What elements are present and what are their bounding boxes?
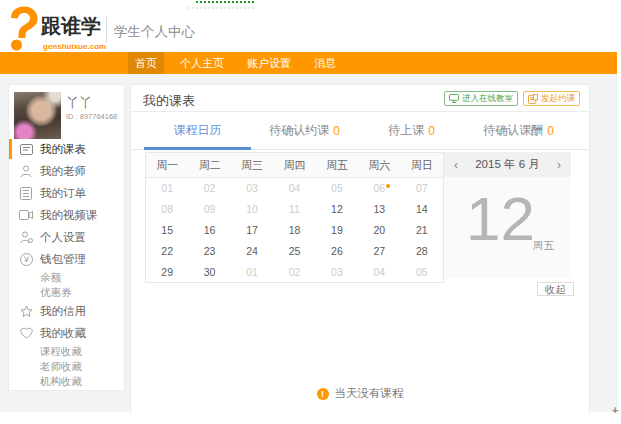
sidebar-item-4[interactable]: 个人设置: [9, 226, 124, 248]
calendar-day-09[interactable]: 09: [188, 199, 230, 220]
favorites-heart-icon: [19, 326, 33, 340]
sidebar-subitem-7-1[interactable]: 老师收藏: [9, 359, 124, 374]
sidebar-item-7[interactable]: 我的收藏: [9, 322, 124, 344]
sidebar-item-6[interactable]: 我的信用: [9, 300, 124, 322]
calendar-day-02[interactable]: 02: [188, 178, 230, 199]
calendar-day-18[interactable]: 18: [273, 220, 315, 241]
main-titlebar: 我的课表 进入在线教室 发起约课: [131, 85, 589, 112]
profile-id: ID : 897764168: [66, 112, 117, 121]
calendar-day-16[interactable]: 16: [188, 220, 230, 241]
screenshot-artifact-plus: +: [612, 404, 618, 416]
monitor-icon: [449, 94, 459, 103]
weekday-label: 周六: [358, 153, 400, 177]
sidebar: 丫丫 ID : 897764168 我的课表我的老师我的订单我的视频课个人设置钱…: [8, 84, 125, 391]
calendar-day-02[interactable]: 02: [273, 262, 315, 283]
prev-month-arrow-icon[interactable]: ‹: [444, 158, 468, 172]
selected-day-number: 12: [466, 183, 535, 254]
calendar-day-01[interactable]: 01: [231, 262, 273, 283]
calendar-row: 15161718192021: [146, 220, 443, 241]
calendar-day-25[interactable]: 25: [273, 241, 315, 262]
calendar-day-03[interactable]: 03: [316, 262, 358, 283]
screenshot-artifact-gray-dots: [188, 7, 254, 9]
calendar-day-05[interactable]: 05: [316, 178, 358, 199]
calendar-day-21[interactable]: 21: [401, 220, 443, 241]
page-subtitle: 学生个人中心: [114, 23, 195, 41]
sidebar-menu: 我的课表我的老师我的订单我的视频课个人设置钱包管理余额优惠券我的信用我的收藏课程…: [9, 138, 124, 389]
calendar-row: 08091011121314: [146, 199, 443, 220]
calendar-table: 周一周二周三周四周五周六周日 0102030405060708091011121…: [145, 152, 444, 283]
sidebar-item-label: 钱包管理: [40, 252, 86, 267]
initiate-booking-button[interactable]: 发起约课: [523, 91, 580, 106]
nav-item-1[interactable]: 个人主页: [173, 52, 231, 74]
logo-text[interactable]: 跟谁学: [41, 13, 101, 40]
sidebar-item-0[interactable]: 我的课表: [9, 138, 124, 160]
nav-item-0[interactable]: 首页: [128, 52, 164, 74]
tab-3[interactable]: 待确认课酬0: [465, 112, 572, 149]
booking-icon: [528, 94, 538, 104]
calendar-day-07[interactable]: 07: [401, 178, 443, 199]
calendar-row: 22232425262728: [146, 241, 443, 262]
calendar-day-14[interactable]: 14: [401, 199, 443, 220]
tab-2[interactable]: 待上课0: [358, 112, 465, 149]
calendar-day-03[interactable]: 03: [231, 178, 273, 199]
tab-0[interactable]: 课程日历: [144, 112, 251, 149]
sidebar-subitem-5-0[interactable]: 余额: [9, 270, 124, 285]
calendar-day-05[interactable]: 05: [401, 262, 443, 283]
sidebar-item-label: 我的老师: [40, 164, 86, 179]
avatar[interactable]: [14, 92, 61, 139]
enter-online-classroom-button[interactable]: 进入在线教室: [444, 91, 518, 106]
calendar-day-23[interactable]: 23: [188, 241, 230, 262]
sidebar-subitem-7-0[interactable]: 课程收藏: [9, 344, 124, 359]
sidebar-item-1[interactable]: 我的老师: [9, 160, 124, 182]
calendar-day-11[interactable]: 11: [273, 199, 315, 220]
selected-date-display: 12 周五: [444, 177, 571, 278]
notice-text: 当天没有课程: [335, 386, 404, 401]
calendar-day-29[interactable]: 29: [146, 262, 188, 283]
calendar-day-10[interactable]: 10: [231, 199, 273, 220]
calendar-day-27[interactable]: 27: [358, 241, 400, 262]
calendar-day-04[interactable]: 04: [358, 262, 400, 283]
sidebar-item-label: 我的信用: [40, 304, 86, 319]
sidebar-subitem-5-1[interactable]: 优惠券: [9, 285, 124, 300]
nav-item-3[interactable]: 消息: [307, 52, 343, 74]
screenshot-artifact-green-dots: [196, 1, 254, 3]
calendar-day-12[interactable]: 12: [316, 199, 358, 220]
calendar-day-30[interactable]: 30: [188, 262, 230, 283]
sidebar-item-label: 我的收藏: [40, 326, 86, 341]
calendar-day-28[interactable]: 28: [401, 241, 443, 262]
weekday-label: 周一: [146, 153, 188, 177]
tab-1[interactable]: 待确认约课0: [251, 112, 358, 149]
calendar-day-01[interactable]: 01: [146, 178, 188, 199]
sidebar-item-label: 我的课表: [40, 142, 86, 157]
main-panel: 我的课表 进入在线教室 发起约课 课程日历待确认约课0待上课0待确认课酬0 周一…: [130, 84, 590, 413]
sidebar-item-2[interactable]: 我的订单: [9, 182, 124, 204]
no-course-notice: ! 当天没有课程: [131, 386, 589, 401]
tab-count: 0: [547, 124, 554, 138]
calendar-day-19[interactable]: 19: [316, 220, 358, 241]
schedule-icon: [19, 142, 33, 156]
sidebar-subitem-7-2[interactable]: 机构收藏: [9, 374, 124, 389]
sidebar-item-5[interactable]: 钱包管理: [9, 248, 124, 270]
tab-count: 0: [428, 124, 435, 138]
calendar-day-17[interactable]: 17: [231, 220, 273, 241]
calendar-body: 0102030405060708091011121314151617181920…: [146, 178, 443, 283]
next-month-arrow-icon[interactable]: ›: [547, 158, 571, 172]
course-dot-icon: [386, 184, 390, 188]
teacher-icon: [19, 164, 33, 178]
calendar-day-06[interactable]: 06: [358, 178, 400, 199]
profile-name: 丫丫: [66, 94, 92, 112]
collapse-button[interactable]: 收起: [537, 282, 574, 296]
calendar-day-20[interactable]: 20: [358, 220, 400, 241]
calendar-day-08[interactable]: 08: [146, 199, 188, 220]
calendar-day-24[interactable]: 24: [231, 241, 273, 262]
calendar-day-26[interactable]: 26: [316, 241, 358, 262]
calendar-row: 01020304050607: [146, 178, 443, 199]
calendar-day-15[interactable]: 15: [146, 220, 188, 241]
calendar-day-13[interactable]: 13: [358, 199, 400, 220]
wallet-icon: [19, 252, 33, 266]
month-navigator: ‹ 2015 年 6 月 ›: [444, 152, 571, 177]
calendar-day-22[interactable]: 22: [146, 241, 188, 262]
nav-item-2[interactable]: 账户设置: [240, 52, 298, 74]
sidebar-item-3[interactable]: 我的视频课: [9, 204, 124, 226]
calendar-day-04[interactable]: 04: [273, 178, 315, 199]
